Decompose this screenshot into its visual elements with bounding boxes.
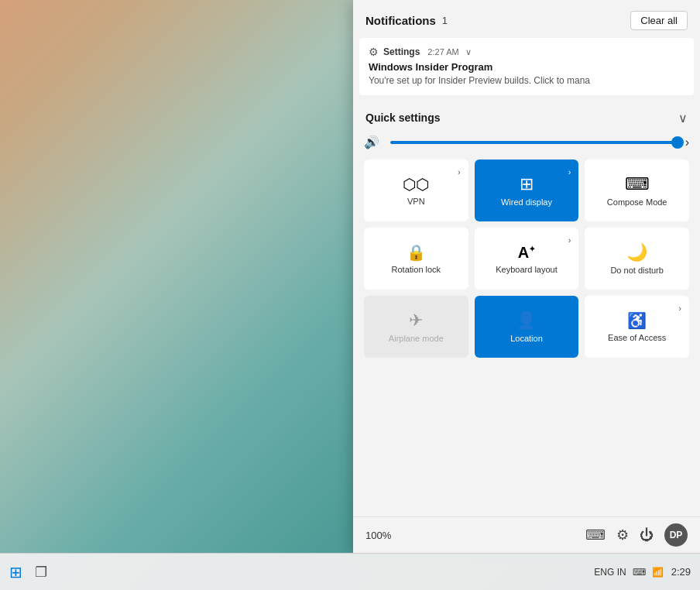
power-icon[interactable]: ⏻ <box>640 527 654 544</box>
notif-time: 2:27 AM <box>427 47 458 57</box>
volume-expand-icon[interactable]: › <box>685 135 689 149</box>
notification-panel: Notifications 1 Clear all ⚙ Settings 2:2… <box>353 0 700 553</box>
clear-all-button[interactable]: Clear all <box>630 11 688 30</box>
panel-bottom-icons: ⌨ ⚙ ⏻ DP <box>585 523 688 547</box>
settings-icon: ⚙ <box>369 46 379 58</box>
ease-of-access-tile[interactable]: ♿ Ease of Access › <box>585 296 689 358</box>
location-label: Location <box>510 334 543 344</box>
vpn-label: VPN <box>407 197 425 207</box>
quick-tiles-grid: ⬡⬡ VPN › ⊞ Wired display › ⌨ Compose Mod… <box>353 156 700 361</box>
windows-start-icon[interactable]: ⊞ <box>9 563 22 581</box>
compose-mode-tile[interactable]: ⌨ Compose Mode <box>585 160 689 221</box>
quick-settings-title: Quick settings <box>365 111 440 124</box>
notif-expand-chevron: ∨ <box>465 47 472 57</box>
notifications-title: Notifications <box>365 14 436 27</box>
settings-bottom-icon[interactable]: ⚙ <box>616 527 629 544</box>
ease-of-access-arrow-icon: › <box>678 304 681 313</box>
keyboard-layout-label: Keyboard layout <box>496 265 558 275</box>
notif-app-title: Windows Insider Program <box>369 61 685 73</box>
file-explorer-icon[interactable]: ❐ <box>35 564 47 581</box>
quick-settings-section: Quick settings ∨ 🔊 › ⬡⬡ VPN › ⊞ <box>353 103 700 516</box>
quick-settings-collapse-icon[interactable]: ∨ <box>678 111 688 125</box>
vpn-icon: ⬡⬡ <box>403 177 429 192</box>
taskbar-right: ENG IN ⌨ 📶 2:29 <box>594 566 691 578</box>
notifications-count: 1 <box>442 15 448 26</box>
language-label: ENG IN <box>594 567 626 578</box>
rotation-lock-icon: 🔒 <box>407 245 426 260</box>
wired-display-tile[interactable]: ⊞ Wired display › <box>475 160 579 221</box>
keyboard-bottom-icon[interactable]: ⌨ <box>585 527 606 544</box>
taskbar-time: 2:29 <box>671 566 691 578</box>
do-not-disturb-label: Do not disturb <box>610 266 663 276</box>
rotation-lock-label: Rotation lock <box>392 265 441 275</box>
ease-of-access-label: Ease of Access <box>608 333 666 343</box>
volume-icon: 🔊 <box>364 135 383 149</box>
wired-display-icon: ⊞ <box>520 176 534 193</box>
notification-item[interactable]: ⚙ Settings 2:27 AM ∨ Windows Insider Pro… <box>359 38 694 95</box>
keyboard-layout-tile[interactable]: A✦ Keyboard layout › <box>475 228 579 290</box>
wired-display-label: Wired display <box>501 197 552 208</box>
volume-row: 🔊 › <box>353 132 700 156</box>
do-not-disturb-icon: 🌙 <box>626 244 647 261</box>
notif-source: ⚙ Settings 2:27 AM ∨ <box>369 46 685 58</box>
vpn-tile[interactable]: ⬡⬡ VPN › <box>364 160 468 221</box>
notif-source-name: Settings <box>383 46 420 57</box>
notifications-header: Notifications 1 Clear all <box>353 0 700 38</box>
airplane-mode-label: Airplane mode <box>389 334 444 344</box>
rotation-lock-tile[interactable]: 🔒 Rotation lock <box>364 228 468 290</box>
location-tile[interactable]: 👤 Location <box>475 296 579 358</box>
avatar[interactable]: DP <box>664 523 688 547</box>
compose-mode-icon: ⌨ <box>625 176 650 193</box>
location-icon: 👤 <box>516 312 537 329</box>
volume-thumb[interactable] <box>671 136 684 149</box>
compose-mode-label: Compose Mode <box>607 197 667 208</box>
wired-display-arrow-icon: › <box>568 167 571 177</box>
zoom-level: 100% <box>365 530 391 541</box>
notif-title-group: Notifications 1 <box>365 14 448 27</box>
taskbar: ⊞ ❐ ENG IN ⌨ 📶 2:29 <box>0 553 700 590</box>
keyboard-layout-icon: A✦ <box>518 245 535 260</box>
do-not-disturb-tile[interactable]: 🌙 Do not disturb <box>585 228 689 290</box>
keyboard-sys-icon: ⌨ <box>633 567 646 578</box>
volume-track <box>390 141 678 144</box>
keyboard-layout-arrow-icon: › <box>568 235 571 245</box>
network-icon: 📶 <box>652 567 664 578</box>
taskbar-language: ENG IN ⌨ 📶 <box>594 567 663 578</box>
airplane-mode-icon: ✈ <box>409 312 423 329</box>
notif-app-body: You're set up for Insider Preview builds… <box>369 74 685 87</box>
quick-settings-header: Quick settings ∨ <box>353 103 700 132</box>
taskbar-left: ⊞ ❐ <box>9 563 47 581</box>
vpn-arrow-icon: › <box>458 167 461 177</box>
panel-bottom-bar: 100% ⌨ ⚙ ⏻ DP <box>353 516 700 553</box>
volume-slider[interactable] <box>390 135 678 150</box>
ease-of-access-icon: ♿ <box>627 313 647 328</box>
airplane-mode-tile[interactable]: ✈ Airplane mode <box>364 296 468 358</box>
